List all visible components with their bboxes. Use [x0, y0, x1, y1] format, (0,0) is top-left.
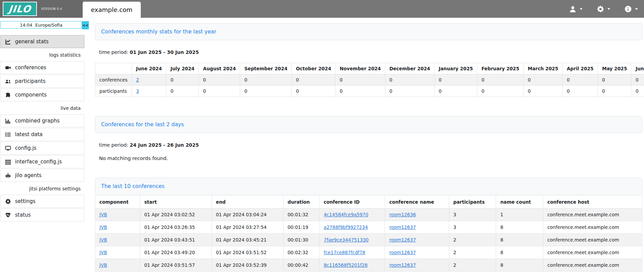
settings-menu-button[interactable]: [597, 5, 610, 13]
cell-link[interactable]: room12637: [389, 237, 416, 243]
user-icon: [569, 5, 576, 13]
table-cell: conferences: [95, 74, 132, 86]
sidebar-item-label: jilo agents: [15, 172, 42, 178]
time-period-value: 01 Jun 2025 - 30 Jun 2025: [130, 49, 199, 55]
cell-link[interactable]: room12636: [389, 212, 416, 217]
table-cell: room12636: [385, 208, 449, 221]
column-header: start: [140, 196, 212, 208]
sidebar-item-status[interactable]: status: [0, 208, 84, 221]
time-period-label: time period:: [99, 49, 128, 55]
sidebar-item-label: participants: [15, 78, 45, 84]
cell-link[interactable]: JVB: [99, 212, 107, 217]
cell-link[interactable]: 8c116568f5201f28: [324, 262, 368, 268]
cell-link[interactable]: a2788f9bf9927234: [324, 224, 368, 230]
cell-link[interactable]: 4c14584fce9a5970: [324, 212, 368, 217]
sidebar-item-components[interactable]: components: [0, 88, 84, 101]
sidebar-item-label: latest data: [15, 131, 43, 137]
sidebar-item-label: general stats: [15, 39, 49, 45]
table-cell: 8: [496, 259, 543, 272]
cell-link[interactable]: 7fae9ce344751330: [324, 237, 369, 243]
info-menu-button[interactable]: [625, 5, 638, 13]
sidebar-item-conferences[interactable]: conferences: [0, 61, 84, 74]
time-period: time period: 24 Jun 2025 - 26 Jun 2025: [99, 142, 642, 148]
sidebar-item-interface-config-js[interactable]: interface_config.js: [0, 155, 84, 168]
platform-tab-label: example.com: [91, 6, 133, 13]
table-cell: 00:01:32: [283, 208, 319, 221]
clock-row: 14:04 Europe/Sofia <<: [0, 21, 89, 29]
table-cell: 0: [562, 74, 598, 86]
table-cell: conference.meet.example.com: [543, 221, 642, 234]
cell-link[interactable]: room12637: [389, 250, 416, 255]
column-header: August 2024: [199, 63, 240, 74]
table-cell: JVB: [95, 246, 140, 259]
table-cell: 0: [385, 86, 434, 97]
column-header: name count: [496, 196, 543, 208]
table-cell: 0: [434, 74, 477, 86]
sidebar-item-label: conferences: [15, 64, 46, 71]
app-version-label: VERSION 0.4: [41, 7, 62, 11]
user-menu-button[interactable]: [569, 5, 583, 13]
table-cell: room12637: [385, 221, 449, 234]
sidebar-item-jilo-agents[interactable]: jilo agents: [0, 169, 84, 182]
table-cell: 2: [449, 234, 496, 246]
sidebar-item-label: components: [15, 92, 47, 98]
sidebar-item-participants[interactable]: participants: [0, 75, 84, 88]
column-header: June 2024: [132, 63, 166, 74]
table-cell: 01 Apr 2024 03:51:52: [212, 246, 284, 259]
column-header: end: [212, 196, 284, 208]
sidebar: 14:04 Europe/Sofia << general statslogs …: [0, 18, 85, 276]
sidebar-item-label: combined graphs: [15, 118, 59, 124]
sidebar-item-label: config.js: [15, 145, 37, 151]
cell-link[interactable]: 3: [136, 88, 139, 94]
sidebar-item-latest-data[interactable]: latest data: [0, 128, 84, 141]
card-title-last-conferences[interactable]: The last 10 conferences: [101, 183, 165, 189]
topbar-menus: [569, 0, 638, 18]
table-row: JVB01 Apr 2024 03:51:5701 Apr 2024 03:52…: [95, 259, 642, 272]
sidebar-item-settings[interactable]: settings: [0, 195, 84, 208]
table-cell: 7fae9ce344751330: [319, 234, 385, 246]
app-logo-text: JILO: [8, 3, 32, 15]
cell-link[interactable]: room12637: [389, 262, 416, 268]
column-header: conference ID: [319, 196, 385, 208]
empty-records-message: No matching records found.: [99, 156, 642, 161]
table-row: JVB01 Apr 2024 03:43:5101 Apr 2024 03:45…: [95, 234, 642, 246]
sidebar-item-combined-graphs[interactable]: combined graphs: [0, 114, 84, 127]
table-row: JVB01 Apr 2024 03:26:3501 Apr 2024 03:27…: [95, 221, 642, 234]
app-logo: JILO: [3, 2, 37, 16]
sidebar-item-config-js[interactable]: config.js: [0, 142, 84, 155]
table-cell: 0: [477, 74, 524, 86]
sidebar-section-label: live data: [0, 105, 85, 111]
cell-link[interactable]: fce17ce887fcdf78: [324, 250, 365, 255]
monthly-stats-section: Conferences monthly stats for the last y…: [95, 23, 642, 97]
cell-link[interactable]: JVB: [99, 224, 107, 230]
table-cell: 01 Apr 2024 03:52:39: [212, 259, 284, 272]
table-cell: 0: [598, 86, 631, 97]
sidebar-item-general-stats[interactable]: general stats: [0, 35, 84, 48]
table-cell: 2: [449, 259, 496, 272]
table-cell: 2: [132, 74, 166, 86]
table-row: JVB01 Apr 2024 03:02:5201 Apr 2024 03:04…: [95, 208, 642, 221]
time-period-value: 24 Jun 2025 - 26 Jun 2025: [130, 142, 199, 148]
table-cell: 01 Apr 2024 03:45:21: [212, 234, 284, 246]
monitor-icon: [4, 145, 11, 151]
platform-tab[interactable]: example.com: [83, 2, 141, 18]
cell-link[interactable]: 2: [136, 77, 139, 83]
table-cell: 00:02:32: [283, 246, 319, 259]
table-cell: participants: [95, 86, 132, 97]
table-cell: JVB: [95, 221, 140, 234]
clock-time: 14:04: [20, 23, 32, 28]
bar-chart-icon: [4, 118, 11, 124]
column-header: December 2024: [385, 63, 434, 74]
table-cell: 0: [523, 74, 562, 86]
card-title-last-two-days[interactable]: Conferences for the last 2 days: [101, 121, 184, 128]
table-cell: 01 Apr 2024 03:27:54: [212, 221, 284, 234]
card-title-monthly-stats[interactable]: Conferences monthly stats for the last y…: [101, 29, 216, 35]
cell-link[interactable]: JVB: [99, 262, 107, 268]
cell-link[interactable]: JVB: [99, 250, 107, 255]
table-cell: conference.meet.example.com: [543, 234, 642, 246]
cell-link[interactable]: JVB: [99, 237, 107, 243]
video-camera-icon: [4, 65, 11, 71]
cell-link[interactable]: room12637: [389, 224, 416, 230]
table-cell: 0: [240, 74, 292, 86]
table-cell: 0: [292, 74, 335, 86]
